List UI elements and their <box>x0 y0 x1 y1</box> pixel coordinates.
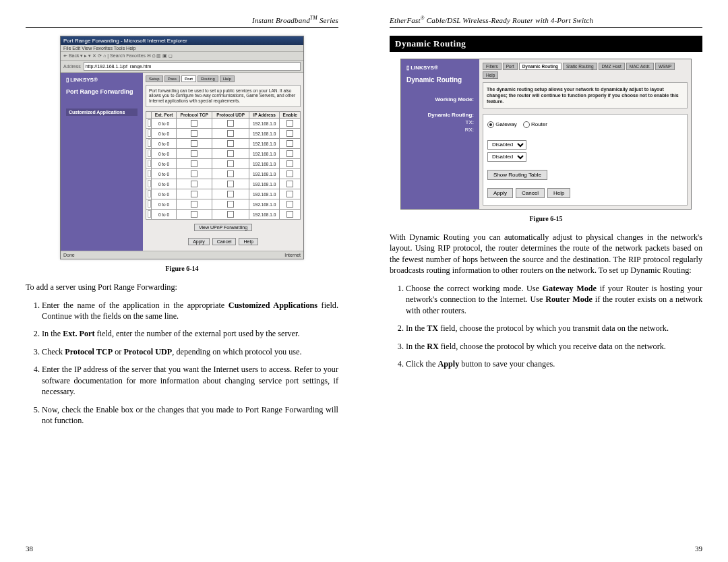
working-mode-row: Gateway Router <box>487 121 683 128</box>
udp-checkbox[interactable] <box>227 181 234 187</box>
fig15-main: FiltersPortDynamic RoutingStatic Routing… <box>479 59 691 209</box>
tab-help[interactable]: Help <box>483 71 498 79</box>
tcp-checkbox[interactable] <box>191 150 198 157</box>
tcp-checkbox[interactable] <box>191 181 198 187</box>
view-upnp-button[interactable]: View UPnP Forwarding <box>194 224 252 231</box>
enable-checkbox[interactable] <box>286 130 293 137</box>
app-name-input[interactable] <box>148 200 151 208</box>
address-input[interactable] <box>84 62 301 71</box>
step-item: In the RX field, choose the protocol by … <box>406 341 702 352</box>
tcp-checkbox[interactable] <box>191 191 198 197</box>
port-forwarding-table: Ext. PortProtocol TCPProtocol UDPIP Addr… <box>146 111 301 220</box>
table-row: 0 to 0192.168.1.0 <box>146 199 301 210</box>
app-name-input[interactable] <box>148 119 151 127</box>
cancel-button[interactable]: Cancel <box>212 238 237 245</box>
enable-checkbox[interactable] <box>286 140 293 147</box>
tx-label: TX: <box>406 119 474 125</box>
show-routing-row: Show Routing Table <box>487 170 683 180</box>
fig15-sidebar: ▯ LINKSYS® Dynamic Routing Working Mode:… <box>401 59 479 209</box>
tab-dmz-host[interactable]: DMZ Host <box>599 63 625 70</box>
router-sidebar: ▯ LINKSYS® Port Range Forwarding Customi… <box>61 73 143 251</box>
tab-port[interactable]: Port <box>181 75 196 82</box>
table-row: 0 to 0192.168.1.0 <box>146 169 301 179</box>
app-name-input[interactable] <box>148 170 151 177</box>
step-item: Now, check the Enable box or the changes… <box>42 404 338 427</box>
table-row: 0 to 0192.168.1.0 <box>146 139 301 149</box>
rx-row: Disabled <box>487 152 683 162</box>
tab-static-routing[interactable]: Static Routing <box>563 63 597 70</box>
show-routing-button[interactable]: Show Routing Table <box>487 170 547 180</box>
tcp-checkbox[interactable] <box>191 201 198 208</box>
tab-routing[interactable]: Routing <box>198 75 218 82</box>
help-button[interactable]: Help <box>547 188 570 198</box>
tab-setup[interactable]: Setup <box>146 75 163 82</box>
apply-button[interactable]: Apply <box>487 188 513 198</box>
gateway-radio[interactable] <box>487 121 494 128</box>
column-header: Protocol UDP <box>212 112 249 119</box>
udp-checkbox[interactable] <box>227 150 234 157</box>
app-name-input[interactable] <box>148 210 151 218</box>
tcp-checkbox[interactable] <box>191 140 198 147</box>
rx-label: RX: <box>406 127 474 133</box>
udp-checkbox[interactable] <box>227 170 234 177</box>
router-radio[interactable] <box>523 121 530 128</box>
udp-checkbox[interactable] <box>227 191 234 197</box>
app-name-input[interactable] <box>148 160 151 167</box>
udp-checkbox[interactable] <box>227 211 234 218</box>
left-steps: Enter the name of the application in the… <box>26 300 338 433</box>
tcp-checkbox[interactable] <box>191 130 198 137</box>
enable-checkbox[interactable] <box>286 201 293 208</box>
app-name-input[interactable] <box>148 180 151 187</box>
enable-checkbox[interactable] <box>286 170 293 177</box>
fig15-description: The dynamic routing setup allows your ne… <box>483 82 688 108</box>
tab-wsnp[interactable]: WSNP <box>655 63 675 70</box>
apply-button[interactable]: Apply <box>188 238 210 245</box>
table-row: 0 to 0192.168.1.0 <box>146 149 301 159</box>
tcp-checkbox[interactable] <box>191 170 198 177</box>
enable-checkbox[interactable] <box>286 150 293 157</box>
browser-addressbar: Address <box>61 61 303 73</box>
app-name-input[interactable] <box>148 150 151 157</box>
table-row: 0 to 0192.168.1.0 <box>146 129 301 139</box>
table-body: 0 to 0192.168.1.00 to 0192.168.1.00 to 0… <box>146 119 301 220</box>
enable-checkbox[interactable] <box>286 120 293 127</box>
page-number-left: 38 <box>26 544 33 553</box>
app-name-input[interactable] <box>148 139 151 147</box>
fig14-tabs: SetupPassPortRoutingHelp <box>146 75 301 82</box>
cancel-button[interactable]: Cancel <box>516 188 545 198</box>
tab-pass[interactable]: Pass <box>164 75 180 82</box>
page-left: Instant BroadbandTM Series Port Range Fo… <box>0 0 364 562</box>
tcp-checkbox[interactable] <box>191 120 198 127</box>
status-left: Done <box>63 253 75 257</box>
rx-select[interactable]: Disabled <box>487 152 526 162</box>
browser-toolbar: ↞ Back ▾ ▸ ▾ ✕ ⟳ ⌂ | Search Favorites ✉ … <box>61 52 303 61</box>
router-radio-label: Router <box>531 121 547 127</box>
enable-checkbox[interactable] <box>286 160 293 167</box>
enable-checkbox[interactable] <box>286 211 293 218</box>
tab-dynamic-routing[interactable]: Dynamic Routing <box>519 63 562 70</box>
udp-checkbox[interactable] <box>227 140 234 147</box>
udp-checkbox[interactable] <box>227 130 234 137</box>
step-item: Check Protocol TCP or Protocol UDP, depe… <box>42 346 338 357</box>
gateway-radio-label: Gateway <box>495 121 517 127</box>
help-button[interactable]: Help <box>239 238 257 245</box>
tcp-checkbox[interactable] <box>191 160 198 167</box>
tx-select[interactable]: Disabled <box>487 140 526 150</box>
tab-help[interactable]: Help <box>220 75 235 82</box>
enable-checkbox[interactable] <box>286 191 293 197</box>
router-ui: ▯ LINKSYS® Port Range Forwarding Customi… <box>61 73 303 251</box>
udp-checkbox[interactable] <box>227 120 234 127</box>
app-name-input[interactable] <box>148 190 151 197</box>
tab-filters[interactable]: Filters <box>483 63 502 70</box>
app-name-input[interactable] <box>148 129 151 137</box>
tcp-checkbox[interactable] <box>191 211 198 218</box>
udp-checkbox[interactable] <box>227 201 234 208</box>
tab-port[interactable]: Port <box>503 63 518 70</box>
enable-checkbox[interactable] <box>286 181 293 187</box>
tab-mac-addr-[interactable]: MAC Addr. <box>626 63 654 70</box>
view-button-row: View UPnP Forwarding <box>146 220 301 234</box>
series-heading: Instant BroadbandTM Series <box>26 15 338 24</box>
sidebar-stripe: Customized Applications <box>66 108 138 116</box>
udp-checkbox[interactable] <box>227 160 234 167</box>
section-banner: Dynamic Routing <box>390 36 702 52</box>
